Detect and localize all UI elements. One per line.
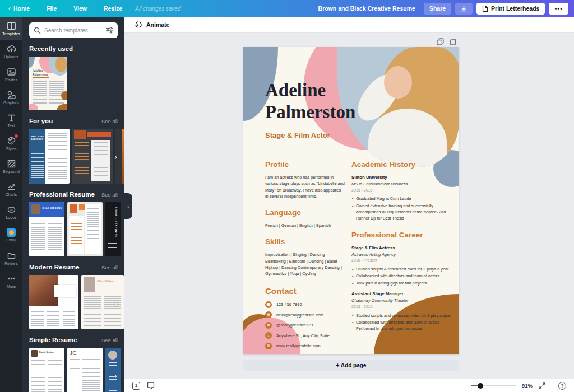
svg-text:co.: co.: [10, 208, 13, 211]
template-thumbnail-partial[interactable]: [105, 348, 121, 392]
notes-icon[interactable]: [147, 382, 155, 389]
download-button[interactable]: [455, 3, 473, 15]
template-thumbnail[interactable]: Olivia Wilson: [81, 275, 124, 329]
template-thumbnail-recent[interactable]: Adeline Palmerston: [29, 57, 67, 110]
chevron-right-icon[interactable]: ›: [114, 152, 117, 161]
contact-row: ⌂ Anywhere St., Any City, State: [265, 332, 345, 339]
see-all-link[interactable]: See all: [101, 337, 118, 343]
help-button[interactable]: ?: [558, 382, 566, 390]
zoom-slider[interactable]: [471, 385, 516, 386]
uploads-icon: [7, 44, 16, 54]
template-thumbnail[interactable]: Daniel Setrigo: [29, 348, 64, 392]
fullscreen-icon[interactable]: [539, 382, 545, 389]
print-letterheads-button[interactable]: Print Letterheads: [476, 3, 545, 15]
resize-menu[interactable]: Resize: [95, 5, 131, 12]
academic-history-section[interactable]: Academic History Sillton University MS i…: [351, 159, 456, 222]
folders-icon: [7, 251, 16, 260]
animate-icon: [135, 21, 142, 29]
template-thumbnail[interactable]: CHAO GIBBONS: [29, 202, 64, 256]
contact-row: @ www.reallygreatsite.com: [265, 343, 345, 349]
search-box[interactable]: [29, 22, 118, 38]
more-icon: [7, 274, 16, 283]
section-modern-resume: Modern Resume See all Olivia Wilson ›: [29, 264, 118, 329]
panel-collapse-handle[interactable]: ‹: [124, 193, 132, 219]
language-section[interactable]: Language French | German | English | Spa…: [265, 207, 345, 228]
website-icon: @: [265, 343, 272, 349]
template-thumbnail-partial[interactable]: ABIGAIL STANFORD: [105, 202, 121, 256]
duplicate-page-icon[interactable]: [437, 38, 444, 45]
section-for-you: For you See all MARCELINE ANDERSON ›: [29, 118, 118, 184]
search-icon: [34, 27, 41, 34]
contact-row: ✉ hello@reallygreatsite.com: [265, 311, 345, 318]
animate-button[interactable]: Animate: [135, 21, 169, 29]
rail-item-folders[interactable]: Folders: [0, 246, 22, 269]
template-thumbnail[interactable]: JC: [67, 348, 103, 392]
section-title: Professional Resume: [29, 191, 95, 198]
zoom-slider-knob[interactable]: [478, 383, 483, 389]
home-button[interactable]: ‹ Home: [0, 4, 38, 12]
rail-item-templates[interactable]: Templates: [0, 17, 22, 40]
templates-panel: Recently used Adeline Palmerston For you…: [22, 17, 124, 392]
zoom-percent[interactable]: 91%: [522, 382, 533, 389]
section-title: Recently used: [29, 45, 73, 52]
template-thumbnail[interactable]: [67, 202, 103, 256]
rail-item-logos[interactable]: co. Logos: [0, 200, 22, 223]
rail-item-background[interactable]: Bkground: [0, 155, 22, 178]
templates-icon: [7, 21, 16, 31]
document-icon: [482, 5, 488, 12]
add-page-icon[interactable]: [450, 38, 457, 45]
search-input[interactable]: [44, 27, 102, 34]
more-options-icon: •••: [554, 5, 563, 12]
rail-item-charts[interactable]: Charts: [0, 178, 22, 200]
chevron-right-icon[interactable]: ›: [114, 370, 117, 380]
divider: [552, 382, 552, 390]
print-label: Print Letterheads: [491, 5, 539, 12]
rail-item-styles[interactable]: Styles: [0, 132, 22, 155]
download-icon: [461, 5, 467, 12]
resume-role[interactable]: Stage & Film Actor: [265, 131, 330, 139]
rail-item-graphics[interactable]: Graphics: [0, 86, 22, 109]
template-thumbnail[interactable]: MARCELINE ANDERSON: [29, 129, 70, 184]
template-thumbnail[interactable]: [72, 129, 113, 184]
document-title[interactable]: Brown and Black Creative Resume: [318, 5, 415, 12]
contact-row: ☎ 123-456-7890: [265, 301, 345, 308]
more-options-button[interactable]: •••: [549, 3, 568, 15]
rail-item-more[interactable]: More: [0, 269, 22, 292]
profile-section[interactable]: Profile I am an actress who has performe…: [265, 159, 345, 199]
see-all-link[interactable]: See all: [101, 264, 118, 270]
photos-icon: [7, 67, 16, 77]
see-all-link[interactable]: See all: [101, 192, 118, 198]
email-icon: ✉: [265, 311, 272, 318]
background-icon: [7, 159, 16, 169]
rail-item-emoji[interactable]: Emoji: [0, 223, 22, 246]
charts-icon: [7, 182, 16, 192]
share-button[interactable]: Share: [424, 3, 451, 15]
rail-item-photos[interactable]: Photos: [0, 63, 22, 86]
resume-name[interactable]: Adeline Palmerston: [265, 80, 383, 123]
chevron-right-icon[interactable]: ›: [114, 297, 117, 307]
sidebar-rail: Templates Uploads Photos Graphics Text S…: [0, 17, 22, 392]
professional-career-section[interactable]: Professional Career Stage & Film Actress…: [351, 230, 456, 332]
linkedin-icon: in: [265, 322, 272, 329]
logos-icon: co.: [7, 205, 16, 214]
contact-section[interactable]: Contact ☎ 123-456-7890 ✉ hello@reallygre…: [265, 284, 345, 349]
status-bar: 1 91% ?: [124, 379, 574, 392]
skills-section[interactable]: Skills Improvisation | Singing | Dancing…: [265, 236, 345, 277]
rail-item-text[interactable]: Text: [0, 109, 22, 132]
file-menu[interactable]: File: [38, 5, 65, 12]
section-recently-used: Recently used Adeline Palmerston: [29, 45, 118, 110]
contact-row: in @reallygreatsite123: [265, 322, 345, 329]
view-menu[interactable]: View: [65, 5, 95, 12]
see-all-link[interactable]: See all: [101, 118, 118, 124]
chevron-right-icon[interactable]: ›: [114, 225, 117, 234]
resume-page[interactable]: Adeline Palmerston Stage & Film Actor Pr…: [243, 47, 459, 354]
add-page-button[interactable]: + Add page: [243, 360, 459, 371]
page-list-button[interactable]: 1: [132, 382, 140, 390]
rail-item-uploads[interactable]: Uploads: [0, 40, 22, 63]
canvas-area: Animate Adeline Palmerston Stage & Film …: [124, 17, 574, 379]
graphics-icon: [7, 90, 16, 100]
back-chevron-icon: ‹: [8, 4, 11, 12]
filter-icon[interactable]: [105, 27, 113, 34]
template-thumbnail[interactable]: [29, 275, 78, 329]
emoji-icon: [7, 228, 16, 237]
